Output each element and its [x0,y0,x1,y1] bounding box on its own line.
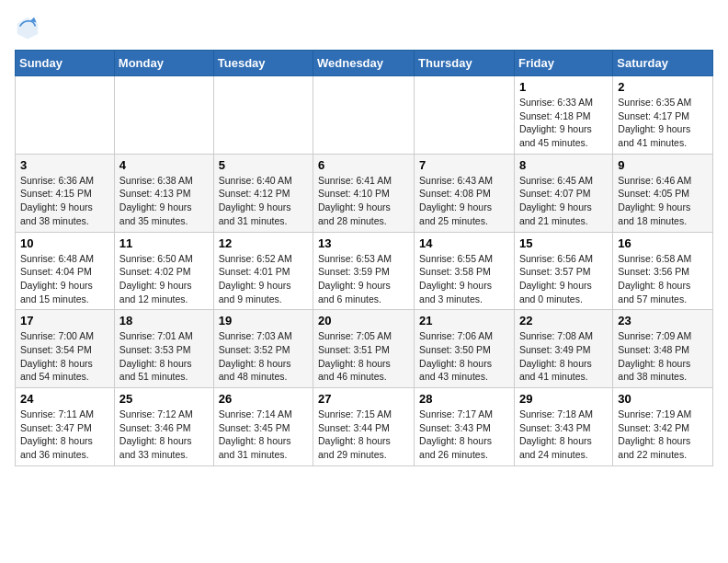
day-cell [213,76,313,155]
calendar-header: SundayMondayTuesdayWednesdayThursdayFrid… [16,51,713,76]
day-cell: 16Sunrise: 6:58 AM Sunset: 3:56 PM Dayli… [613,232,713,310]
logo [15,15,44,40]
day-number: 2 [618,80,708,94]
day-info: Sunrise: 6:40 AM Sunset: 4:12 PM Dayligh… [219,174,308,228]
day-number: 30 [618,392,708,406]
day-cell: 23Sunrise: 7:09 AM Sunset: 3:48 PM Dayli… [613,310,713,388]
day-info: Sunrise: 7:19 AM Sunset: 3:42 PM Dayligh… [618,408,708,462]
day-info: Sunrise: 6:48 AM Sunset: 4:04 PM Dayligh… [20,252,109,306]
day-number: 28 [419,392,509,406]
day-cell: 27Sunrise: 7:15 AM Sunset: 3:44 PM Dayli… [313,388,415,466]
day-info: Sunrise: 7:12 AM Sunset: 3:46 PM Dayligh… [119,408,209,462]
day-cell [313,76,415,155]
day-cell: 22Sunrise: 7:08 AM Sunset: 3:49 PM Dayli… [514,310,612,388]
day-info: Sunrise: 6:46 AM Sunset: 4:05 PM Dayligh… [618,174,708,228]
logo-icon [15,15,40,40]
day-number: 14 [419,236,509,250]
day-info: Sunrise: 7:06 AM Sunset: 3:50 PM Dayligh… [419,329,509,384]
day-cell: 24Sunrise: 7:11 AM Sunset: 3:47 PM Dayli… [16,388,115,466]
calendar-body: 1Sunrise: 6:33 AM Sunset: 4:18 PM Daylig… [16,76,713,466]
day-number: 9 [618,158,708,172]
day-cell: 3Sunrise: 6:36 AM Sunset: 4:15 PM Daylig… [16,154,115,232]
day-info: Sunrise: 7:15 AM Sunset: 3:44 PM Dayligh… [318,408,409,462]
day-cell: 18Sunrise: 7:01 AM Sunset: 3:53 PM Dayli… [114,310,213,388]
day-info: Sunrise: 7:14 AM Sunset: 3:45 PM Dayligh… [219,408,308,462]
day-cell: 10Sunrise: 6:48 AM Sunset: 4:04 PM Dayli… [16,232,115,310]
day-cell: 30Sunrise: 7:19 AM Sunset: 3:42 PM Dayli… [613,388,713,466]
day-info: Sunrise: 7:18 AM Sunset: 3:43 PM Dayligh… [519,408,608,462]
day-info: Sunrise: 6:56 AM Sunset: 3:57 PM Dayligh… [519,252,608,306]
day-cell: 7Sunrise: 6:43 AM Sunset: 4:08 PM Daylig… [415,154,515,232]
day-info: Sunrise: 7:01 AM Sunset: 3:53 PM Dayligh… [119,329,209,384]
day-info: Sunrise: 7:00 AM Sunset: 3:54 PM Dayligh… [20,329,109,384]
day-number: 13 [318,236,409,250]
day-number: 7 [419,158,509,172]
calendar-table: SundayMondayTuesdayWednesdayThursdayFrid… [15,50,713,466]
day-info: Sunrise: 6:41 AM Sunset: 4:10 PM Dayligh… [318,174,409,228]
day-cell: 9Sunrise: 6:46 AM Sunset: 4:05 PM Daylig… [613,154,713,232]
day-cell: 6Sunrise: 6:41 AM Sunset: 4:10 PM Daylig… [313,154,415,232]
column-header-saturday: Saturday [613,51,713,76]
day-number: 8 [519,158,608,172]
day-info: Sunrise: 6:36 AM Sunset: 4:15 PM Dayligh… [20,174,109,228]
day-number: 11 [119,236,209,250]
day-info: Sunrise: 6:35 AM Sunset: 4:17 PM Dayligh… [618,96,708,150]
column-header-sunday: Sunday [16,51,115,76]
day-info: Sunrise: 6:58 AM Sunset: 3:56 PM Dayligh… [618,252,708,306]
day-cell: 4Sunrise: 6:38 AM Sunset: 4:13 PM Daylig… [114,154,213,232]
day-cell: 11Sunrise: 6:50 AM Sunset: 4:02 PM Dayli… [114,232,213,310]
day-cell: 5Sunrise: 6:40 AM Sunset: 4:12 PM Daylig… [213,154,313,232]
day-cell [114,76,213,155]
week-row-4: 17Sunrise: 7:00 AM Sunset: 3:54 PM Dayli… [16,310,713,388]
day-number: 25 [119,392,209,406]
day-number: 15 [519,236,608,250]
day-info: Sunrise: 6:52 AM Sunset: 4:01 PM Dayligh… [219,252,308,306]
day-info: Sunrise: 6:43 AM Sunset: 4:08 PM Dayligh… [419,174,509,228]
day-number: 17 [20,314,109,327]
day-number: 16 [618,236,708,250]
day-cell: 29Sunrise: 7:18 AM Sunset: 3:43 PM Dayli… [514,388,612,466]
day-number: 19 [219,314,308,327]
day-info: Sunrise: 7:08 AM Sunset: 3:49 PM Dayligh… [519,329,608,384]
day-info: Sunrise: 6:38 AM Sunset: 4:13 PM Dayligh… [119,174,209,228]
week-row-5: 24Sunrise: 7:11 AM Sunset: 3:47 PM Dayli… [16,388,713,466]
day-cell: 26Sunrise: 7:14 AM Sunset: 3:45 PM Dayli… [213,388,313,466]
day-info: Sunrise: 6:45 AM Sunset: 4:07 PM Dayligh… [519,174,608,228]
column-header-wednesday: Wednesday [313,51,415,76]
day-number: 4 [119,158,209,172]
day-info: Sunrise: 7:09 AM Sunset: 3:48 PM Dayligh… [618,329,708,384]
day-number: 6 [318,158,409,172]
day-cell: 25Sunrise: 7:12 AM Sunset: 3:46 PM Dayli… [114,388,213,466]
day-cell: 15Sunrise: 6:56 AM Sunset: 3:57 PM Dayli… [514,232,612,310]
day-info: Sunrise: 7:05 AM Sunset: 3:51 PM Dayligh… [318,329,409,384]
day-number: 26 [219,392,308,406]
day-cell: 21Sunrise: 7:06 AM Sunset: 3:50 PM Dayli… [415,310,515,388]
day-number: 20 [318,314,409,327]
day-number: 23 [618,314,708,327]
day-number: 27 [318,392,409,406]
day-info: Sunrise: 6:33 AM Sunset: 4:18 PM Dayligh… [519,96,608,150]
day-cell: 17Sunrise: 7:00 AM Sunset: 3:54 PM Dayli… [16,310,115,388]
day-cell: 20Sunrise: 7:05 AM Sunset: 3:51 PM Dayli… [313,310,415,388]
day-cell: 12Sunrise: 6:52 AM Sunset: 4:01 PM Dayli… [213,232,313,310]
day-cell: 13Sunrise: 6:53 AM Sunset: 3:59 PM Dayli… [313,232,415,310]
week-row-1: 1Sunrise: 6:33 AM Sunset: 4:18 PM Daylig… [16,76,713,155]
day-info: Sunrise: 6:50 AM Sunset: 4:02 PM Dayligh… [119,252,209,306]
day-number: 3 [20,158,109,172]
day-number: 21 [419,314,509,327]
day-info: Sunrise: 6:53 AM Sunset: 3:59 PM Dayligh… [318,252,409,306]
day-number: 18 [119,314,209,327]
day-number: 29 [519,392,608,406]
day-number: 10 [20,236,109,250]
week-row-3: 10Sunrise: 6:48 AM Sunset: 4:04 PM Dayli… [16,232,713,310]
day-info: Sunrise: 7:17 AM Sunset: 3:43 PM Dayligh… [419,408,509,462]
day-cell: 28Sunrise: 7:17 AM Sunset: 3:43 PM Dayli… [415,388,515,466]
day-number: 12 [219,236,308,250]
day-number: 24 [20,392,109,406]
column-header-monday: Monday [114,51,213,76]
day-number: 1 [519,80,608,94]
day-cell: 19Sunrise: 7:03 AM Sunset: 3:52 PM Dayli… [213,310,313,388]
week-row-2: 3Sunrise: 6:36 AM Sunset: 4:15 PM Daylig… [16,154,713,232]
column-header-thursday: Thursday [415,51,515,76]
day-info: Sunrise: 7:11 AM Sunset: 3:47 PM Dayligh… [20,408,109,462]
